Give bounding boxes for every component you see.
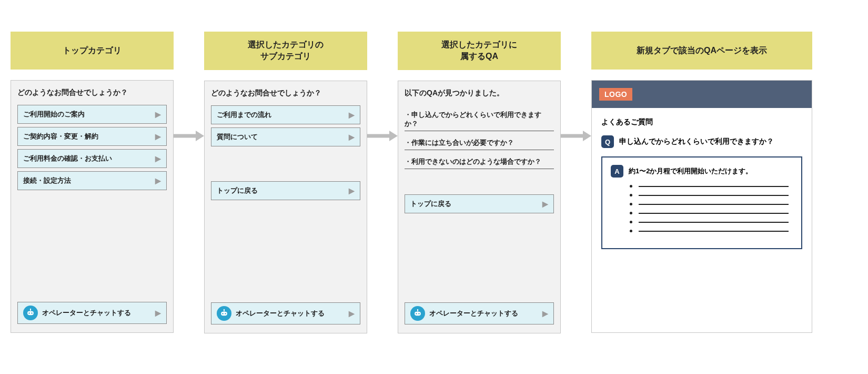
panel-qa-list: 以下のQAが見つかりました。 ・申し込んでからどれくらいで利用できますか？ ・作… <box>398 81 561 333</box>
svg-rect-14 <box>415 311 421 316</box>
a-badge: A <box>611 165 623 178</box>
qa-link-list: ・申し込んでからどれくらいで利用できますか？ ・作業には立ち合いが必要ですか？ … <box>405 107 554 173</box>
svg-point-16 <box>418 313 419 314</box>
qa-page-header: LOGO <box>592 81 812 108</box>
detail-line <box>630 185 789 188</box>
column-top-category: トップカテゴリ どのようなお問合せでしょうか？ ご利用開始のご案内 ▶ ご契約内… <box>11 32 174 333</box>
chevron-right-icon: ▶ <box>155 309 161 317</box>
qa-text: 申し込んでからどれくらいで利用できますか？ <box>405 111 541 127</box>
bullet-icon <box>630 194 632 196</box>
panel-sub-category: どのようなお問合せでしょうか？ ご利用までの流れ ▶ 質問について ▶ トップに… <box>204 81 367 333</box>
svg-point-9 <box>225 313 226 314</box>
flow-arrow <box>367 32 398 142</box>
qa-link[interactable]: ・申し込んでからどれくらいで利用できますか？ <box>405 107 554 131</box>
category-option[interactable]: ご契約内容・変更・解約 ▶ <box>17 127 167 146</box>
subcategory-option[interactable]: 質問について ▶ <box>211 127 360 146</box>
chevron-right-icon: ▶ <box>155 155 161 162</box>
svg-point-11 <box>224 309 225 310</box>
header-top-category: トップカテゴリ <box>11 32 174 70</box>
qa-link[interactable]: ・作業には立ち合いが必要ですか？ <box>405 135 554 150</box>
prompt-text: どのようなお問合せでしょうか？ <box>17 88 167 97</box>
option-label: 質問について <box>217 132 258 142</box>
option-label: ご利用までの流れ <box>217 110 271 120</box>
option-label: ご利用料金の確認・お支払い <box>23 154 112 163</box>
chevron-right-icon: ▶ <box>155 177 161 184</box>
qa-text: 利用できないのはどのような場合ですか？ <box>411 158 541 165</box>
qa-page-mock: LOGO よくあるご質問 Q 申し込んでからどれくらいで利用できますか？ A 約… <box>591 80 812 333</box>
header-qa-page: 新規タブで該当のQAページを表示 <box>591 32 812 70</box>
chevron-right-icon: ▶ <box>155 133 161 140</box>
bullet-icon <box>630 221 632 223</box>
flow-arrow <box>561 32 591 142</box>
question-text: 申し込んでからどれくらいで利用できますか？ <box>619 137 774 146</box>
operator-label: オペレーターとチャットする <box>236 309 325 318</box>
svg-point-15 <box>416 313 417 314</box>
bullet-icon <box>630 203 632 205</box>
header-text: 選択したカテゴリの サブカテゴリ <box>248 39 324 63</box>
operator-chat-button[interactable]: オペレーターとチャットする ▶ <box>211 302 360 324</box>
placeholder-line <box>639 204 789 205</box>
back-to-top-button[interactable]: トップに戻る ▶ <box>405 194 554 213</box>
answer-box: A 約1〜2か月程で利用開始いただけます。 <box>601 156 802 249</box>
prompt-text: どのようなお問合せでしょうか？ <box>211 88 360 98</box>
chevron-right-icon: ▶ <box>349 187 355 194</box>
placeholder-line <box>639 186 789 187</box>
subcategory-option[interactable]: ご利用までの流れ ▶ <box>211 105 360 124</box>
robot-icon <box>23 306 38 320</box>
header-text: 選択したカテゴリに 属するQA <box>441 39 517 63</box>
chevron-right-icon: ▶ <box>349 310 355 317</box>
detail-line <box>630 230 789 232</box>
qa-text: 作業には立ち合いが必要ですか？ <box>411 139 514 146</box>
faq-heading: よくあるご質問 <box>601 117 802 127</box>
chevron-right-icon: ▶ <box>349 111 355 119</box>
placeholder-line <box>639 195 789 196</box>
chevron-right-icon: ▶ <box>542 310 548 317</box>
header-sub-category: 選択したカテゴリの サブカテゴリ <box>204 32 367 70</box>
svg-marker-20 <box>583 131 591 141</box>
category-option[interactable]: ご利用料金の確認・お支払い ▶ <box>17 149 167 168</box>
svg-point-8 <box>222 313 223 314</box>
qa-page-body: よくあるご質問 Q 申し込んでからどれくらいで利用できますか？ A 約1〜2か月… <box>592 108 812 260</box>
flow-diagram: トップカテゴリ どのようなお問合せでしょうか？ ご利用開始のご案内 ▶ ご契約内… <box>11 32 857 333</box>
logo-badge: LOGO <box>599 88 632 101</box>
operator-label: オペレーターとチャットする <box>429 309 518 318</box>
svg-point-18 <box>417 309 418 310</box>
placeholder-line <box>639 222 789 223</box>
svg-rect-7 <box>221 311 227 316</box>
column-sub-category: 選択したカテゴリの サブカテゴリ どのようなお問合せでしょうか？ ご利用までの流… <box>204 32 367 333</box>
detail-line <box>630 212 789 214</box>
svg-marker-13 <box>389 131 398 141</box>
operator-chat-button[interactable]: オペレーターとチャットする ▶ <box>17 302 167 324</box>
operator-chat-button[interactable]: オペレーターとチャットする ▶ <box>405 302 554 324</box>
svg-point-2 <box>31 312 32 313</box>
header-text: トップカテゴリ <box>63 45 122 56</box>
header-text: 新規タブで該当のQAページを表示 <box>637 45 767 56</box>
svg-marker-6 <box>196 131 204 141</box>
robot-icon <box>410 306 425 321</box>
back-to-top-button[interactable]: トップに戻る ▶ <box>211 181 360 200</box>
svg-rect-0 <box>27 311 34 316</box>
flow-arrow <box>174 32 204 142</box>
detail-line <box>630 221 789 223</box>
question-line: Q 申し込んでからどれくらいで利用できますか？ <box>601 135 802 148</box>
header-qa-list: 選択したカテゴリに 属するQA <box>398 32 561 70</box>
category-option[interactable]: ご利用開始のご案内 ▶ <box>17 105 167 124</box>
placeholder-line <box>639 213 789 214</box>
back-label: トップに戻る <box>410 199 451 209</box>
option-label: ご契約内容・変更・解約 <box>23 132 98 141</box>
answer-line: A 約1〜2か月程で利用開始いただけます。 <box>611 165 793 178</box>
answer-detail-lines <box>611 185 793 232</box>
back-label: トップに戻る <box>217 186 258 195</box>
chevron-right-icon: ▶ <box>349 133 355 141</box>
answer-text: 約1〜2か月程で利用開始いただけます。 <box>629 166 752 176</box>
prompt-text: 以下のQAが見つかりました。 <box>405 88 554 98</box>
category-option[interactable]: 接続・設定方法 ▶ <box>17 171 167 190</box>
panel-top-category: どのようなお問合せでしょうか？ ご利用開始のご案内 ▶ ご契約内容・変更・解約 … <box>11 80 174 333</box>
column-qa-page: 新規タブで該当のQAページを表示 LOGO よくあるご質問 Q 申し込んでからど… <box>591 32 812 333</box>
detail-line <box>630 203 789 205</box>
option-label: 接続・設定方法 <box>23 176 71 185</box>
bullet-icon <box>630 230 632 232</box>
qa-link[interactable]: ・利用できないのはどのような場合ですか？ <box>405 154 554 169</box>
chevron-right-icon: ▶ <box>155 111 161 118</box>
robot-icon <box>217 306 231 321</box>
